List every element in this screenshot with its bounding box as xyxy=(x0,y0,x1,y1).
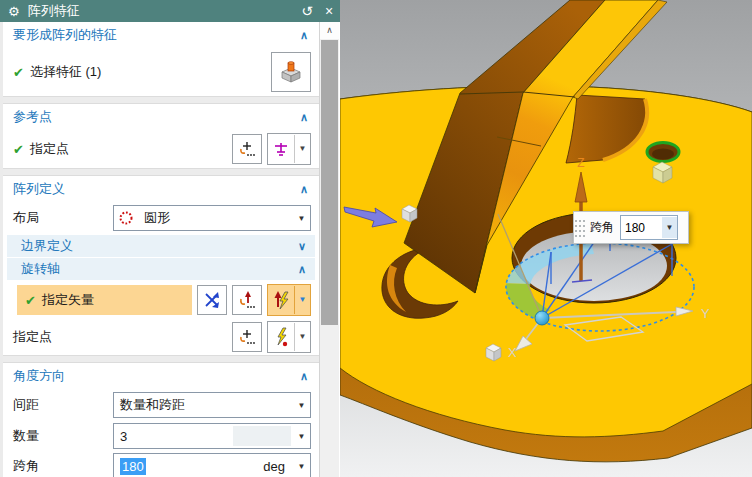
count-label: 数量 xyxy=(13,427,39,445)
count-combo[interactable]: 3 ▼ xyxy=(113,423,311,449)
dialog-title: 阵列特征 xyxy=(28,2,296,20)
origin-sphere-handle[interactable] xyxy=(535,311,549,325)
span-angle-float-value[interactable]: 180 xyxy=(621,221,662,235)
group-separator xyxy=(3,355,319,363)
row-span-angle: 跨角 180 deg ▼ xyxy=(3,451,319,477)
selected-hole-shadow xyxy=(652,149,674,160)
select-feature-button[interactable] xyxy=(271,52,311,92)
axis-point-type-combo[interactable]: ▼ xyxy=(267,321,311,353)
chevron-up-icon[interactable]: ∧ xyxy=(297,111,311,124)
row-count: 数量 3 ▼ xyxy=(3,421,319,451)
close-button[interactable]: × xyxy=(318,3,340,19)
specify-vector-field[interactable]: ✔ 指定矢量 xyxy=(17,285,192,315)
onscreen-input-box[interactable]: 跨角 180 ▼ xyxy=(573,211,689,244)
scene-3d: Z Y X xyxy=(340,0,752,477)
check-icon: ✔ xyxy=(13,142,24,157)
chevron-up-icon[interactable]: ∧ xyxy=(295,263,309,276)
chevron-up-icon[interactable]: ∧ xyxy=(297,370,311,383)
reverse-vector-icon xyxy=(202,290,222,310)
check-icon: ✔ xyxy=(25,293,36,308)
layout-combo[interactable]: 圆形 ▼ xyxy=(113,205,311,231)
span-angle-combo[interactable]: 180 deg ▼ xyxy=(113,453,311,477)
pattern-feature-dialog: ⚙ 阵列特征 ↺ × 要形成阵列的特征 ∧ ✔ 选择特征 (1) xyxy=(0,0,340,477)
gear-icon: ⚙ xyxy=(8,4,20,19)
vector-dialog-icon xyxy=(237,290,257,310)
specify-vector-label: 指定矢量 xyxy=(42,291,94,309)
group-header-pattern-definition[interactable]: 阵列定义 ∧ xyxy=(3,176,319,202)
check-icon: ✔ xyxy=(13,65,24,80)
row-specify-point-axis: 指定点 ▼ xyxy=(3,319,319,355)
group-separator xyxy=(3,96,319,104)
row-specify-point-ref: ✔ 指定点 xyxy=(3,130,319,168)
point-dialog-icon xyxy=(237,327,257,347)
span-angle-label: 跨角 xyxy=(13,457,39,475)
reverse-vector-button[interactable] xyxy=(197,285,227,315)
point-dialog-button[interactable] xyxy=(232,134,262,164)
chevron-up-icon[interactable]: ∧ xyxy=(297,29,311,42)
dialog-scrollbar[interactable]: ∧ xyxy=(320,22,339,477)
row-select-feature: ✔ 选择特征 (1) xyxy=(3,48,319,96)
group-header-angular-direction[interactable]: 角度方向 ∧ xyxy=(3,363,319,389)
graphics-viewport[interactable]: Z Y X xyxy=(340,0,752,477)
drag-handle-dots-icon[interactable] xyxy=(574,217,586,239)
select-feature-label: 选择特征 (1) xyxy=(30,63,102,81)
axis-point-label: 指定点 xyxy=(13,328,52,346)
scroll-up-button[interactable]: ∧ xyxy=(320,22,339,39)
subgroup-rotation-axis[interactable]: 旋转轴 ∧ xyxy=(7,258,315,280)
chevron-down-icon[interactable]: ∨ xyxy=(295,240,309,253)
extrude-feature-icon xyxy=(278,59,304,85)
dialog-content: 要形成阵列的特征 ∧ ✔ 选择特征 (1) 参考点 ∧ ✔ xyxy=(0,22,319,477)
subgroup-boundary-definition[interactable]: 边界定义 ∨ xyxy=(7,235,315,257)
inferred-point-icon xyxy=(268,140,294,158)
group-header-reference-point[interactable]: 参考点 ∧ xyxy=(3,104,319,130)
expression-zone[interactable] xyxy=(233,426,291,446)
chevron-down-icon[interactable]: ▼ xyxy=(293,401,310,410)
point-dialog-icon xyxy=(237,139,257,159)
x-axis-label: X xyxy=(508,345,517,360)
y-axis-label: Y xyxy=(701,306,710,321)
spacing-label: 间距 xyxy=(13,396,39,414)
layout-label: 布局 xyxy=(13,209,39,227)
point-type-combo[interactable]: ▼ xyxy=(267,133,311,165)
count-value[interactable]: 3 xyxy=(114,429,233,444)
group-header-features[interactable]: 要形成阵列的特征 ∧ xyxy=(3,22,319,48)
span-angle-float-input[interactable]: 180 ▼ xyxy=(620,215,678,240)
chevron-down-icon[interactable]: ▼ xyxy=(293,214,310,223)
z-axis-label: Z xyxy=(577,156,584,170)
layout-value: 圆形 xyxy=(138,209,293,227)
dialog-titlebar[interactable]: ⚙ 阵列特征 ↺ × xyxy=(0,0,340,22)
span-angle-value-selected[interactable]: 180 xyxy=(114,459,146,474)
span-angle-float-label: 跨角 xyxy=(590,219,614,236)
inferred-vector-icon xyxy=(268,289,294,311)
chevron-down-icon[interactable]: ▼ xyxy=(662,217,677,238)
row-spacing: 间距 数量和跨距 ▼ xyxy=(3,389,319,421)
spacing-combo[interactable]: 数量和跨距 ▼ xyxy=(113,392,311,418)
row-specify-vector: ✔ 指定矢量 xyxy=(3,281,319,319)
inferred-point-lightning-icon xyxy=(268,326,294,348)
circular-layout-icon xyxy=(114,210,138,226)
chevron-down-icon[interactable]: ▼ xyxy=(294,286,310,314)
chevron-down-icon[interactable]: ▼ xyxy=(293,462,310,471)
reset-button[interactable]: ↺ xyxy=(296,3,318,19)
row-layout: 布局 圆形 ▼ xyxy=(3,202,319,234)
vector-dialog-button[interactable] xyxy=(232,285,262,315)
span-angle-unit: deg xyxy=(263,459,285,474)
group-separator xyxy=(3,168,319,176)
scrollbar-thumb[interactable] xyxy=(321,40,338,325)
chevron-down-icon[interactable]: ▼ xyxy=(293,432,310,441)
spacing-value: 数量和跨距 xyxy=(114,396,293,414)
axis-point-dialog-button[interactable] xyxy=(232,322,262,352)
vector-type-combo[interactable]: ▼ xyxy=(267,284,311,316)
chevron-up-icon[interactable]: ∧ xyxy=(297,183,311,196)
chevron-down-icon[interactable]: ▼ xyxy=(294,135,310,163)
specify-point-label: 指定点 xyxy=(30,140,69,158)
chevron-down-icon[interactable]: ▼ xyxy=(294,323,310,351)
